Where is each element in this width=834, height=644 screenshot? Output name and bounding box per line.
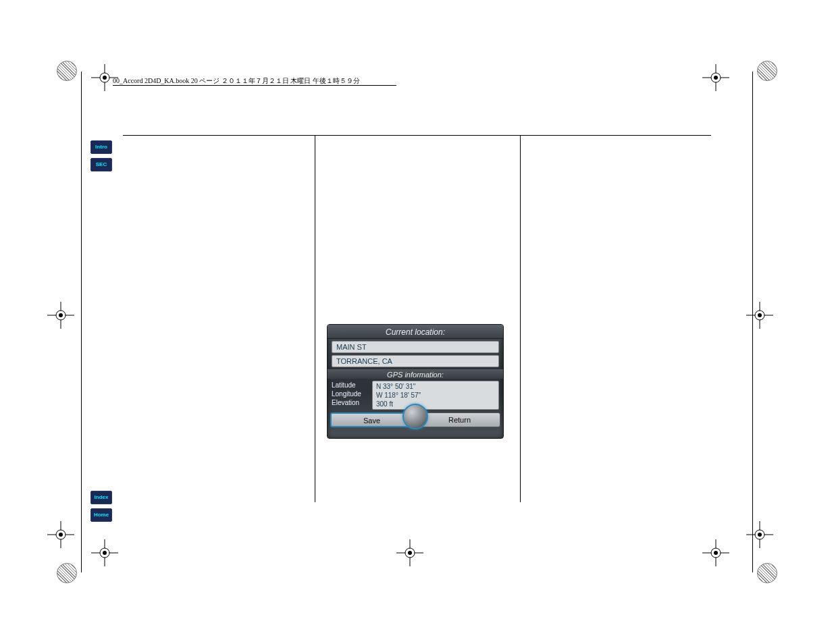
tab-index[interactable]: Index	[90, 491, 112, 504]
svg-point-27	[59, 533, 63, 537]
registration-mark	[47, 302, 88, 342]
svg-point-31	[758, 533, 762, 537]
crop-circle	[57, 563, 77, 583]
registration-mark	[396, 539, 437, 580]
gps-value-lat: N 33° 50' 31"	[376, 382, 495, 391]
gps-label-lat: Latitude	[332, 381, 369, 390]
registration-mark	[702, 539, 743, 580]
gps-sub: GPS information:	[328, 369, 503, 379]
gps-title: Current location:	[328, 325, 503, 339]
gps-street: MAIN ST	[332, 341, 499, 353]
column-rule	[520, 135, 521, 502]
gps-knob-icon[interactable]	[402, 404, 428, 429]
gps-screen: Current location: MAIN ST TORRANCE, CA G…	[327, 324, 504, 439]
gps-value-lon: W 118° 18' 57"	[376, 391, 495, 400]
svg-point-7	[714, 76, 718, 80]
page-border	[752, 72, 753, 572]
svg-point-23	[758, 313, 762, 317]
tab-sec[interactable]: SEC	[90, 158, 112, 171]
svg-point-19	[59, 313, 63, 317]
gps-20-value-elev: 300 ft	[376, 400, 495, 408]
crop-circle	[757, 61, 777, 81]
svg-point-11	[103, 551, 107, 555]
column-rule	[315, 135, 315, 502]
registration-mark	[47, 521, 88, 562]
gps-labels: Latitude Longitude Elevation	[332, 381, 369, 410]
header-underline	[113, 85, 396, 86]
svg-point-3	[103, 76, 107, 80]
svg-point-35	[408, 551, 412, 555]
tab-home[interactable]: Home	[90, 508, 112, 522]
gps-label-elev: Elevation	[332, 398, 369, 407]
svg-point-15	[714, 551, 718, 555]
gps-label-lon: Longitude	[332, 390, 369, 398]
registration-mark	[91, 539, 132, 580]
content-top-rule	[123, 135, 711, 136]
document-header: 00_Accord 2D4D_KA.book 20 ページ ２０１１年７月２１日…	[113, 76, 360, 86]
gps-save-button[interactable]: Save	[330, 412, 413, 427]
gps-return-button[interactable]: Return	[419, 412, 500, 427]
gps-values: N 33° 50' 31" W 118° 18' 57" 300 ft	[372, 381, 499, 410]
tab-intro[interactable]: Intro	[90, 140, 112, 154]
registration-mark	[702, 64, 743, 105]
crop-circle	[57, 61, 77, 81]
page-border	[81, 72, 82, 572]
crop-circle	[757, 563, 777, 583]
gps-city: TORRANCE, CA	[332, 355, 499, 367]
